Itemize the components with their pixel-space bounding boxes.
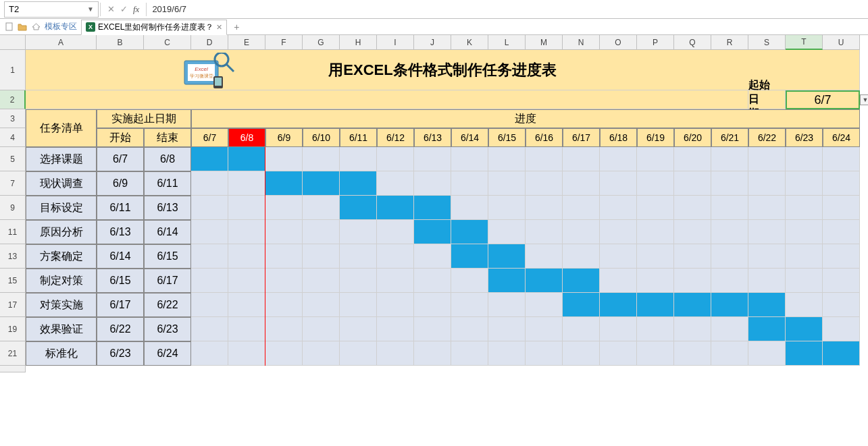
gantt-cell[interactable] bbox=[451, 244, 488, 269]
gantt-cell[interactable] bbox=[526, 220, 563, 244]
column-header-H[interactable]: H bbox=[340, 35, 377, 50]
gantt-cell[interactable] bbox=[711, 171, 748, 196]
gantt-cell[interactable] bbox=[637, 317, 674, 341]
row-header-9[interactable]: 9 bbox=[0, 196, 26, 220]
row-header-13[interactable]: 13 bbox=[0, 244, 26, 269]
gantt-cell[interactable] bbox=[265, 269, 303, 293]
gantt-cell[interactable] bbox=[823, 196, 860, 220]
gantt-cell[interactable] bbox=[451, 269, 488, 293]
row-header-15[interactable]: 15 bbox=[0, 269, 26, 293]
gantt-cell[interactable] bbox=[451, 147, 488, 171]
gantt-cell[interactable] bbox=[786, 196, 823, 220]
gantt-cell[interactable] bbox=[674, 220, 711, 244]
gantt-cell[interactable] bbox=[823, 293, 860, 317]
column-header-U[interactable]: U bbox=[823, 35, 860, 50]
gantt-cell[interactable] bbox=[563, 171, 600, 196]
gantt-cell[interactable] bbox=[451, 317, 488, 341]
gantt-cell[interactable] bbox=[823, 341, 860, 366]
gantt-cell[interactable] bbox=[377, 244, 414, 269]
gantt-cell[interactable] bbox=[228, 196, 265, 220]
row-header-stub[interactable] bbox=[0, 366, 26, 372]
gantt-cell[interactable] bbox=[303, 317, 340, 341]
gantt-cell[interactable] bbox=[228, 293, 265, 317]
gantt-cell[interactable] bbox=[265, 317, 303, 341]
column-header-M[interactable]: M bbox=[526, 35, 563, 50]
gantt-cell[interactable] bbox=[451, 171, 488, 196]
gantt-cell[interactable] bbox=[414, 341, 451, 366]
gantt-cell[interactable] bbox=[674, 341, 711, 366]
gantt-cell[interactable] bbox=[526, 196, 563, 220]
gantt-cell[interactable] bbox=[748, 220, 786, 244]
gantt-cell[interactable] bbox=[711, 196, 748, 220]
gantt-cell[interactable] bbox=[303, 293, 340, 317]
start-date-value[interactable]: 6/7▼ bbox=[786, 90, 860, 109]
gantt-cell[interactable] bbox=[526, 244, 563, 269]
column-header-Q[interactable]: Q bbox=[674, 35, 711, 50]
gantt-cell[interactable] bbox=[265, 341, 303, 366]
gantt-cell[interactable] bbox=[303, 341, 340, 366]
gantt-cell[interactable] bbox=[600, 293, 637, 317]
gantt-cell[interactable] bbox=[340, 220, 377, 244]
gantt-cell[interactable] bbox=[340, 317, 377, 341]
gantt-cell[interactable] bbox=[340, 147, 377, 171]
gantt-cell[interactable] bbox=[563, 147, 600, 171]
gantt-cell[interactable] bbox=[265, 196, 303, 220]
new-tab-button[interactable]: + bbox=[234, 22, 239, 32]
gantt-cell[interactable] bbox=[451, 196, 488, 220]
gantt-cell[interactable] bbox=[377, 269, 414, 293]
gantt-cell[interactable] bbox=[563, 269, 600, 293]
formula-input[interactable]: 2019/6/7 bbox=[147, 4, 868, 14]
gantt-cell[interactable] bbox=[340, 341, 377, 366]
gantt-cell[interactable] bbox=[265, 244, 303, 269]
gantt-cell[interactable] bbox=[303, 220, 340, 244]
gantt-cell[interactable] bbox=[303, 244, 340, 269]
gantt-cell[interactable] bbox=[265, 171, 303, 196]
gantt-cell[interactable] bbox=[488, 293, 526, 317]
gantt-cell[interactable] bbox=[377, 293, 414, 317]
gantt-cell[interactable] bbox=[191, 147, 228, 171]
gantt-cell[interactable] bbox=[563, 317, 600, 341]
name-box-dropdown-icon[interactable]: ▼ bbox=[87, 5, 94, 13]
column-header-A[interactable]: A bbox=[26, 35, 97, 50]
dropdown-arrow-icon[interactable]: ▼ bbox=[860, 94, 868, 105]
gantt-cell[interactable] bbox=[377, 220, 414, 244]
column-header-F[interactable]: F bbox=[265, 35, 303, 50]
row-header-1[interactable]: 1 bbox=[0, 50, 26, 90]
gantt-cell[interactable] bbox=[711, 147, 748, 171]
gantt-cell[interactable] bbox=[377, 341, 414, 366]
gantt-cell[interactable] bbox=[303, 269, 340, 293]
gantt-cell[interactable] bbox=[526, 147, 563, 171]
gantt-cell[interactable] bbox=[191, 269, 228, 293]
gantt-cell[interactable] bbox=[748, 196, 786, 220]
gantt-cell[interactable] bbox=[674, 147, 711, 171]
gantt-cell[interactable] bbox=[748, 171, 786, 196]
row-header-17[interactable]: 17 bbox=[0, 293, 26, 317]
gantt-cell[interactable] bbox=[786, 317, 823, 341]
gantt-cell[interactable] bbox=[488, 171, 526, 196]
gantt-cell[interactable] bbox=[637, 244, 674, 269]
gantt-cell[interactable] bbox=[600, 269, 637, 293]
gantt-cell[interactable] bbox=[748, 341, 786, 366]
gantt-cell[interactable] bbox=[303, 171, 340, 196]
column-header-L[interactable]: L bbox=[488, 35, 526, 50]
column-header-G[interactable]: G bbox=[303, 35, 340, 50]
gantt-cell[interactable] bbox=[377, 196, 414, 220]
close-tab-icon[interactable]: ✕ bbox=[216, 23, 222, 32]
row-header-11[interactable]: 11 bbox=[0, 220, 26, 244]
gantt-cell[interactable] bbox=[823, 147, 860, 171]
gantt-cell[interactable] bbox=[414, 244, 451, 269]
gantt-cell[interactable] bbox=[823, 171, 860, 196]
gantt-cell[interactable] bbox=[563, 293, 600, 317]
home-icon[interactable] bbox=[31, 22, 41, 32]
active-tab[interactable]: X EXCEL里如何制作任务进度表？ ✕ bbox=[81, 20, 227, 35]
gantt-cell[interactable] bbox=[786, 293, 823, 317]
gantt-cell[interactable] bbox=[228, 269, 265, 293]
row-header-5[interactable]: 5 bbox=[0, 147, 26, 171]
select-all-corner[interactable] bbox=[0, 35, 26, 50]
gantt-cell[interactable] bbox=[488, 341, 526, 366]
row-header-3[interactable]: 3 bbox=[0, 109, 26, 128]
gantt-cell[interactable] bbox=[600, 220, 637, 244]
column-header-B[interactable]: B bbox=[97, 35, 144, 50]
gantt-cell[interactable] bbox=[711, 220, 748, 244]
column-header-S[interactable]: S bbox=[748, 35, 786, 50]
